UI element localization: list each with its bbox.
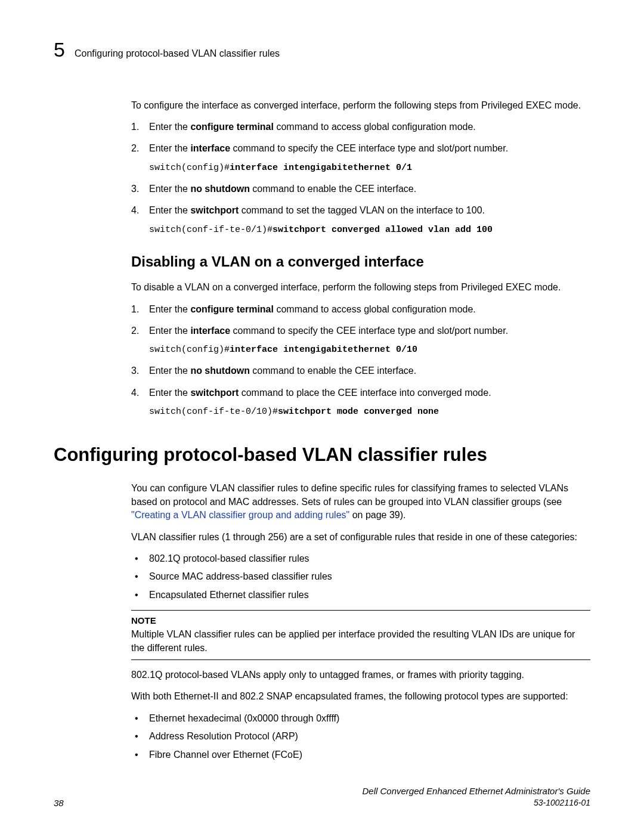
- bullet-item: Encapsulated Ethernet classifier rules: [131, 589, 590, 602]
- step-item: Enter the configure terminal command to …: [131, 120, 590, 134]
- footer-right: Dell Converged Enhanced Ethernet Adminis…: [362, 785, 590, 809]
- step-text-post: command to enable the CEE interface.: [250, 184, 416, 194]
- step-item: Enter the configure terminal command to …: [131, 303, 590, 316]
- step-text-pre: Enter the: [149, 205, 190, 215]
- para-text-post: on page 39).: [349, 510, 405, 520]
- note-label: NOTE: [131, 614, 590, 627]
- step-text-bold: interface: [190, 143, 230, 153]
- doc-title: Dell Converged Enhanced Ethernet Adminis…: [362, 786, 590, 796]
- step-item: Enter the interface command to specify t…: [131, 324, 590, 356]
- bullet-item: Ethernet hexadecimal (0x0000 through 0xf…: [131, 712, 590, 725]
- code-prefix: switch(conf-if-te-0/10)#: [149, 407, 278, 417]
- step-text-bold: switchport: [190, 388, 239, 398]
- step-text-post: command to specify the CEE interface typ…: [230, 143, 508, 153]
- step-text-post: command to access global configuration m…: [274, 122, 476, 132]
- step-text-pre: Enter the: [149, 143, 190, 153]
- step-text-pre: Enter the: [149, 326, 190, 336]
- step-item: Enter the no shutdown command to enable …: [131, 364, 590, 377]
- step-text-pre: Enter the: [149, 122, 190, 132]
- note-text: Multiple VLAN classifier rules can be ap…: [131, 628, 590, 655]
- bullet-list-categories: 802.1Q protocol-based classifier rules S…: [131, 552, 590, 602]
- step-text-post: command to set the tagged VLAN on the in…: [239, 205, 485, 215]
- code-block: switch(conf-if-te-0/10)#switchport mode …: [149, 405, 590, 418]
- code-bold: interface intengigabitethernet 0/10: [230, 345, 417, 355]
- code-prefix: switch(config)#: [149, 345, 230, 355]
- bullet-list-protocols: Ethernet hexadecimal (0x0000 through 0xf…: [131, 712, 590, 761]
- step-text-pre: Enter the: [149, 304, 190, 314]
- heading-disabling-vlan: Disabling a VLAN on a converged interfac…: [131, 252, 590, 272]
- page-header: 5 Configuring protocol-based VLAN classi…: [54, 36, 590, 64]
- bullet-item: Address Resolution Protocol (ARP): [131, 730, 590, 743]
- section-configure-converged: To configure the interface as converged …: [131, 99, 590, 419]
- cross-reference-link[interactable]: "Creating a VLAN classifier group and ad…: [131, 510, 349, 520]
- step-text-bold: switchport: [190, 205, 239, 215]
- step-text-bold: no shutdown: [190, 366, 250, 376]
- step-item: Enter the switchport command to place th…: [131, 386, 590, 418]
- step-text-bold: configure terminal: [190, 304, 274, 314]
- running-title: Configuring protocol-based VLAN classifi…: [75, 47, 280, 60]
- bullet-item: Source MAC address-based classifier rule…: [131, 570, 590, 583]
- step-text-pre: Enter the: [149, 366, 190, 376]
- code-block: switch(config)#interface intengigabiteth…: [149, 343, 590, 356]
- code-bold: switchport mode converged none: [278, 407, 439, 417]
- para-text-pre: You can configure VLAN classifier rules …: [131, 483, 568, 506]
- step-text-post: command to place the CEE interface into …: [239, 388, 491, 398]
- section-vlan-classifier-body: You can configure VLAN classifier rules …: [131, 482, 590, 761]
- body-paragraph: With both Ethernet-II and 802.2 SNAP enc…: [131, 690, 590, 703]
- code-bold: switchport converged allowed vlan add 10…: [273, 225, 493, 235]
- step-text-post: command to specify the CEE interface typ…: [230, 326, 508, 336]
- step-text-bold: configure terminal: [190, 122, 274, 132]
- step-text-post: command to enable the CEE interface.: [250, 366, 416, 376]
- page-number: 38: [54, 797, 64, 809]
- code-bold: interface intengigabitethernet 0/1: [230, 163, 412, 173]
- body-paragraph: 802.1Q protocol-based VLANs apply only t…: [131, 668, 590, 682]
- body-paragraph: VLAN classifier rules (1 through 256) ar…: [131, 531, 590, 544]
- step-text-bold: no shutdown: [190, 184, 250, 194]
- heading-configuring-vlan-rules: Configuring protocol-based VLAN classifi…: [54, 442, 590, 467]
- step-text-post: command to access global configuration m…: [274, 304, 476, 314]
- step-item: Enter the no shutdown command to enable …: [131, 182, 590, 196]
- code-block: switch(config)#interface intengigabiteth…: [149, 162, 590, 174]
- doc-id: 53-1002116-01: [362, 797, 590, 809]
- bullet-item: Fibre Channel over Ethernet (FCoE): [131, 748, 590, 761]
- code-prefix: switch(config)#: [149, 163, 230, 173]
- step-item: Enter the interface command to specify t…: [131, 142, 590, 174]
- code-prefix: switch(conf-if-te-0/1)#: [149, 225, 273, 235]
- body-paragraph: You can configure VLAN classifier rules …: [131, 482, 590, 522]
- step-text-pre: Enter the: [149, 184, 190, 194]
- step-text-bold: interface: [190, 326, 230, 336]
- steps-list-a: Enter the configure terminal command to …: [131, 120, 590, 236]
- steps-list-b: Enter the configure terminal command to …: [131, 303, 590, 419]
- intro-paragraph: To configure the interface as converged …: [131, 99, 590, 112]
- page-footer: 38 Dell Converged Enhanced Ethernet Admi…: [54, 785, 590, 809]
- step-item: Enter the switchport command to set the …: [131, 204, 590, 236]
- bullet-item: 802.1Q protocol-based classifier rules: [131, 552, 590, 565]
- chapter-number: 5: [54, 36, 65, 64]
- code-block: switch(conf-if-te-0/1)#switchport conver…: [149, 224, 590, 236]
- step-text-pre: Enter the: [149, 388, 190, 398]
- note-block: NOTE Multiple VLAN classifier rules can …: [131, 610, 590, 660]
- intro-paragraph: To disable a VLAN on a converged interfa…: [131, 281, 590, 294]
